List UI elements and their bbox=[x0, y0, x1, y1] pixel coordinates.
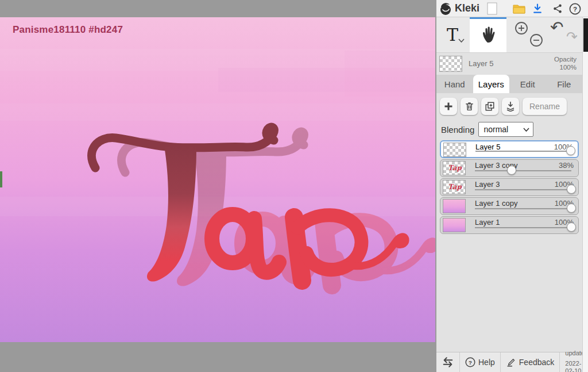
scrollbar[interactable] bbox=[582, 17, 588, 372]
zoom-tool-group bbox=[509, 17, 544, 52]
scrollbar-thumb[interactable] bbox=[583, 18, 588, 52]
text-tool-button[interactable]: T bbox=[436, 17, 469, 52]
layer-row[interactable]: Layer 5100% bbox=[440, 140, 579, 158]
undo-icon[interactable]: ↶ bbox=[550, 18, 563, 37]
layer-opacity-slider[interactable] bbox=[475, 166, 571, 175]
layer-thumbnail bbox=[443, 199, 466, 213]
new-image-button[interactable] bbox=[485, 2, 499, 16]
tab-layers[interactable]: Layers bbox=[473, 75, 510, 93]
layer-opacity-slider[interactable] bbox=[475, 146, 571, 156]
layer-list: Layer 5100%TapLayer 3 copy38%TapLayer 31… bbox=[440, 140, 579, 235]
help-icon[interactable]: ? bbox=[568, 2, 582, 16]
help-label: Help bbox=[478, 358, 495, 367]
slider-knob[interactable] bbox=[507, 166, 516, 175]
feedback-label: Feedback bbox=[519, 358, 554, 367]
kleki-app: Panisme181110 #hd247 Kleki bbox=[0, 0, 588, 372]
layers-panel: Rename Blending normal Layer 5100%TapLay… bbox=[436, 93, 582, 333]
slider-knob[interactable] bbox=[567, 185, 576, 194]
layer-row[interactable]: TapLayer 3 copy38% bbox=[440, 159, 579, 177]
tab-edit[interactable]: Edit bbox=[509, 75, 546, 93]
slider-track[interactable] bbox=[475, 189, 571, 190]
layer-row[interactable]: Layer 1 copy100% bbox=[440, 197, 579, 215]
plus-icon bbox=[444, 102, 453, 111]
layer-thumbnail-artwork: Tap bbox=[448, 164, 462, 172]
slider-track[interactable] bbox=[475, 151, 571, 152]
blending-select[interactable]: normal bbox=[478, 122, 533, 137]
canvas-edge-artifact bbox=[0, 171, 2, 187]
slider-track[interactable] bbox=[475, 170, 571, 171]
slider-knob[interactable] bbox=[566, 146, 575, 155]
blending-selected-value: normal bbox=[483, 125, 508, 134]
pencil-icon bbox=[506, 357, 516, 367]
delete-layer-button[interactable] bbox=[461, 98, 478, 115]
tool-bar: T ↶ bbox=[436, 17, 582, 53]
zoom-out-icon[interactable] bbox=[529, 33, 543, 49]
svg-text:?: ? bbox=[573, 5, 577, 12]
canvas-watermark-text: Panisme181110 #hd247 bbox=[13, 24, 123, 36]
slider-track[interactable] bbox=[475, 227, 571, 228]
active-layer-name: Layer 5 bbox=[469, 59, 493, 68]
layer-thumbnail: Tap bbox=[443, 180, 466, 194]
layer-opacity-slider[interactable] bbox=[475, 204, 571, 213]
opacity-value: 100% bbox=[554, 63, 577, 71]
svg-text:?: ? bbox=[469, 359, 472, 366]
layer-thumbnail: Tap bbox=[443, 161, 466, 175]
share-icon[interactable] bbox=[551, 2, 564, 16]
redo-icon[interactable]: ↷ bbox=[566, 29, 578, 45]
header-right-filler bbox=[582, 0, 588, 17]
save-download-icon[interactable] bbox=[531, 2, 544, 16]
blending-row: Blending normal bbox=[441, 122, 533, 137]
drawing-canvas[interactable]: Panisme181110 #hd247 bbox=[0, 17, 435, 342]
feedback-button[interactable]: Feedback bbox=[501, 352, 560, 372]
text-tool-glyph: T bbox=[447, 25, 458, 45]
hand-tool-button[interactable] bbox=[470, 17, 506, 52]
blending-label: Blending bbox=[441, 125, 474, 135]
chevron-down-icon bbox=[523, 128, 529, 132]
open-file-icon[interactable] bbox=[512, 2, 526, 16]
workspace: Panisme181110 #hd247 bbox=[0, 0, 436, 372]
duplicate-layer-button[interactable] bbox=[481, 98, 498, 115]
layer-opacity-slider[interactable] bbox=[475, 185, 571, 194]
zoom-in-icon[interactable] bbox=[514, 21, 528, 37]
layer-row[interactable]: TapLayer 3100% bbox=[440, 178, 579, 196]
rename-layer-button[interactable]: Rename bbox=[523, 98, 567, 115]
app-header: Kleki ? bbox=[436, 0, 582, 17]
side-panel: Kleki ? T bbox=[436, 0, 582, 372]
slider-knob[interactable] bbox=[567, 223, 576, 232]
layer-thumbnail-artwork: Tap bbox=[448, 183, 462, 191]
add-layer-button[interactable] bbox=[440, 98, 457, 115]
trash-icon bbox=[465, 101, 474, 112]
tab-hand[interactable]: Hand bbox=[436, 75, 473, 93]
active-layer-bar: Layer 5 Opacity 100% bbox=[436, 53, 582, 75]
history-tool-group: ↶ ↷ bbox=[547, 17, 582, 52]
chevron-down-icon bbox=[458, 26, 465, 47]
hand-icon bbox=[480, 25, 496, 46]
footer-bar: ? Help Feedback updated 2022-02-10 bbox=[436, 352, 582, 372]
swap-colors-button[interactable] bbox=[436, 352, 460, 372]
duplicate-icon bbox=[485, 101, 495, 112]
app-title: Kleki bbox=[455, 2, 479, 14]
active-layer-opacity: Opacity 100% bbox=[554, 55, 577, 71]
opacity-label: Opacity bbox=[554, 55, 577, 63]
merge-down-icon bbox=[505, 101, 516, 112]
help-button[interactable]: ? Help bbox=[460, 352, 501, 372]
layer-opacity-slider[interactable] bbox=[475, 223, 571, 232]
swap-arrows-icon bbox=[442, 356, 454, 368]
merge-layer-down-button[interactable] bbox=[502, 98, 519, 115]
layer-actions: Rename bbox=[440, 98, 567, 115]
slider-knob[interactable] bbox=[567, 204, 576, 213]
help-circle-icon: ? bbox=[465, 357, 475, 367]
active-layer-thumbnail bbox=[439, 56, 462, 72]
tab-file[interactable]: File bbox=[546, 75, 583, 93]
layer-row[interactable]: Layer 1100% bbox=[440, 216, 579, 234]
kleki-logo-icon bbox=[439, 2, 452, 16]
slider-track[interactable] bbox=[475, 208, 571, 209]
layer-thumbnail bbox=[443, 218, 466, 232]
layer-thumbnail bbox=[443, 143, 466, 157]
canvas-artwork bbox=[0, 17, 435, 342]
panel-tabs: Hand Layers Edit File bbox=[436, 75, 582, 93]
